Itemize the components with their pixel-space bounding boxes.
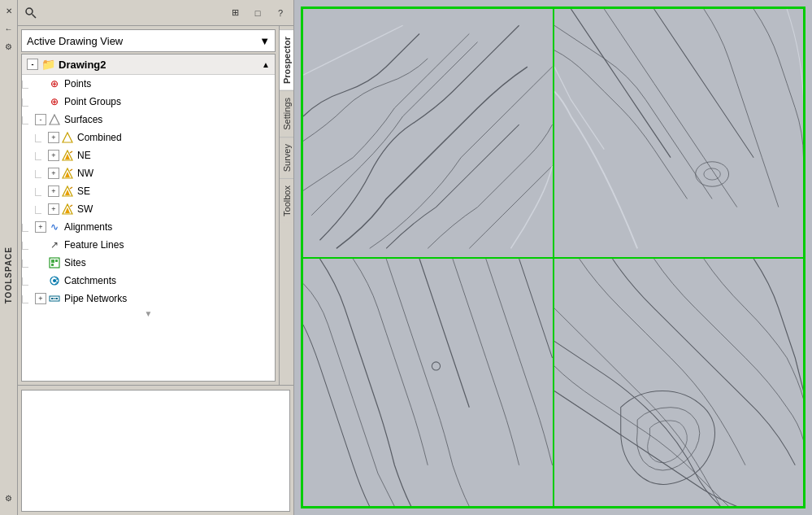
toolspace-label: TOOLSPACE (4, 240, 13, 303)
search-button[interactable] (21, 3, 41, 23)
se-icon (61, 185, 74, 198)
root-expander[interactable]: - (27, 59, 38, 70)
toolspace-toolbar: ⊞ □ ? (18, 0, 293, 26)
ne-label: NE (77, 150, 273, 161)
tree-item-sw[interactable]: + SW (22, 200, 275, 218)
svg-line-6 (70, 151, 72, 153)
combined-label: Combined (77, 132, 273, 143)
tab-settings[interactable]: Settings (280, 90, 293, 137)
contour-svg-tr (554, 9, 804, 257)
folder-icon: 📁 (41, 58, 55, 71)
tree-root[interactable]: - 📁 Drawing2 (27, 58, 106, 71)
catchments-label: Catchments (64, 275, 273, 286)
point-groups-label: Point Groups (64, 96, 273, 107)
tree-item-se[interactable]: + SE (22, 182, 275, 200)
svg-marker-2 (50, 115, 59, 124)
se-label: SE (77, 185, 273, 197)
dropdown-arrow: ▼ (259, 35, 270, 47)
feature-lines-icon: ↗ (48, 238, 61, 251)
tree-item-nw[interactable]: + NW (22, 164, 275, 182)
toolbar-btn-bottom[interactable]: ⚙ (2, 491, 16, 505)
list-view-button[interactable]: □ (248, 3, 267, 23)
indent-2 (35, 166, 48, 181)
tree-item-point-groups[interactable]: ⊕ Point Groups (22, 93, 275, 111)
tree-item-combined[interactable]: + Combined (22, 129, 275, 146)
point-groups-icon: ⊕ (48, 95, 61, 108)
tree-header: - 📁 Drawing2 ▲ (22, 55, 275, 75)
root-label: Drawing2 (59, 59, 106, 71)
alignments-label: Alignments (64, 221, 273, 233)
svg-rect-17 (51, 260, 54, 263)
tab-survey[interactable]: Survey (280, 137, 293, 178)
surfaces-label: Surfaces (64, 114, 273, 125)
svg-line-15 (70, 205, 72, 207)
viewport-cell-bottom-left[interactable] (302, 258, 554, 508)
viewport-area[interactable] (294, 0, 812, 515)
nw-expander[interactable]: + (48, 168, 59, 179)
svg-point-28 (432, 361, 440, 369)
toolbar-btn-1[interactable]: ✕ (2, 3, 16, 18)
tree-item-feature-lines[interactable]: ↗ Feature Lines (22, 236, 275, 254)
toolspace-bottom (18, 385, 293, 515)
contour-svg-br (554, 259, 804, 507)
tree-item-catchments[interactable]: Catchments (22, 272, 275, 290)
indent-1 (22, 112, 35, 127)
svg-marker-3 (63, 133, 72, 142)
grid-view-button[interactable]: ⊞ (225, 3, 245, 23)
tabs-content: Active Drawing View ▼ - 📁 Drawing2 ▲ (18, 26, 279, 385)
points-icon: ⊕ (48, 77, 61, 90)
viewport-cell-bottom-right[interactable] (554, 258, 805, 508)
tree-item-points[interactable]: ⊕ Points (22, 75, 275, 93)
toolbar-btn-2[interactable]: ← (2, 21, 16, 36)
vertical-tabs: Prospector Settings Survey Toolbox (279, 26, 293, 385)
se-expander[interactable]: + (48, 185, 59, 197)
svg-rect-23 (51, 298, 53, 299)
ne-expander[interactable]: + (48, 150, 59, 161)
sw-label: SW (77, 203, 273, 215)
tree-item-pipe-networks[interactable]: + Pipe Networks (22, 290, 275, 308)
toolbar-btn-gear[interactable]: ⚙ (2, 39, 16, 54)
tree-item-ne[interactable]: + NE (22, 146, 275, 164)
tab-prospector[interactable]: Prospector (280, 29, 293, 90)
tree-item-surfaces[interactable]: - Surfaces (22, 111, 275, 129)
sites-label: Sites (64, 257, 273, 268)
search-icon (24, 7, 37, 20)
svg-line-12 (70, 187, 72, 189)
surfaces-expander[interactable]: - (35, 114, 46, 125)
combined-icon (61, 131, 74, 144)
svg-rect-19 (51, 264, 54, 266)
active-drawing-view-dropdown[interactable]: Active Drawing View ▼ (21, 29, 276, 52)
sw-expander[interactable]: + (48, 203, 59, 215)
toolspace-panel: ⊞ □ ? Active Drawing View ▼ - 📁 (18, 0, 294, 515)
ne-icon (61, 149, 74, 162)
combined-expander[interactable]: + (48, 132, 59, 143)
toolspace-bottom-inner (21, 390, 290, 512)
help-button[interactable]: ? (271, 3, 290, 23)
feature-lines-label: Feature Lines (64, 239, 273, 251)
indent-2 (35, 130, 48, 145)
indent-1 (22, 273, 35, 288)
nw-icon (61, 167, 74, 180)
alignments-expander[interactable]: + (35, 221, 46, 233)
svg-line-1 (33, 14, 37, 18)
surfaces-icon (48, 113, 61, 126)
pipe-networks-expander[interactable]: + (35, 293, 46, 304)
alignments-icon: ∿ (48, 220, 61, 233)
pipe-networks-icon (48, 292, 61, 305)
tree-scroll-up[interactable]: ▲ (262, 60, 270, 69)
tree-item-sites[interactable]: Sites (22, 254, 275, 272)
pipe-networks-label: Pipe Networks (64, 293, 273, 304)
catchments-icon (48, 274, 61, 287)
tab-toolbox[interactable]: Toolbox (280, 178, 293, 223)
tree-area[interactable]: - 📁 Drawing2 ▲ ⊕ Points (21, 54, 276, 382)
viewport-cell-top-left[interactable] (302, 8, 554, 258)
indent-2 (35, 202, 48, 216)
tree-item-alignments[interactable]: + ∿ Alignments (22, 218, 275, 236)
main-content: ⊞ □ ? Active Drawing View ▼ - 📁 (18, 0, 812, 515)
scroll-indicator: ▼ (22, 308, 275, 320)
svg-point-0 (26, 8, 33, 15)
svg-rect-24 (56, 298, 58, 299)
contour-svg-tl (303, 9, 553, 257)
viewport-cell-top-right[interactable] (554, 8, 805, 258)
left-toolbar: ✕ ← ⚙ TOOLSPACE ⚙ (0, 0, 18, 515)
